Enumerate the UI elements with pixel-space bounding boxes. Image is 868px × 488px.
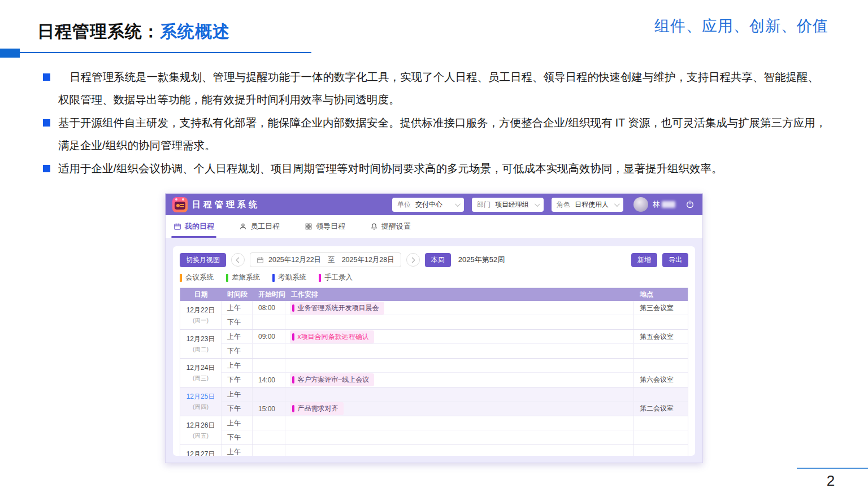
- table-row: 12月22日(周一) 上午 08:00 业务管理系统开发项目晨会 第三会议室 下…: [180, 301, 688, 330]
- tab-bar: 我的日程 员工日程 领导日程 提醒设置: [166, 215, 702, 238]
- start-time: 08:00: [253, 301, 285, 315]
- this-week-button[interactable]: 本周: [425, 253, 451, 267]
- next-week-button[interactable]: [406, 253, 420, 267]
- logout-power-icon[interactable]: [685, 200, 695, 209]
- table-row-today: 12月25日(周四) 上午 下午 15:00 产品需求对齐 第二会议室: [180, 387, 688, 416]
- app-body: 切换月视图 2025年12月22日 至 2025年12月28日 本周 2025年…: [166, 238, 702, 463]
- date-range-input[interactable]: 2025年12月22日 至 2025年12月28日: [250, 252, 401, 267]
- start-time: 15:00: [253, 402, 285, 416]
- table-row: 12月27日(周六) 上午 下午: [180, 445, 688, 456]
- prev-week-button[interactable]: [231, 253, 245, 267]
- footer-line: [797, 468, 868, 469]
- app-screenshot: 日程管理系统 单位 交付中心 部门 项目经理组 角色 日程使用人 林: [165, 193, 703, 463]
- table-header: 日期 时间段 开始时间 工作安排 地点: [180, 288, 688, 301]
- weekday-label: (周三): [193, 374, 209, 382]
- table-row: 12月24日(周三) 上午 下午 14:00 客户方案评审–线上会议 第六会议室: [180, 359, 688, 387]
- tab-leader-schedule[interactable]: 领导日程: [305, 215, 345, 238]
- header-tagline: 组件、应用、创新、价值: [654, 16, 828, 36]
- bullet-item: 日程管理系统是一款集规划、管理与提醒功能于一体的数字化工具，实现了个人日程、员工…: [42, 66, 828, 111]
- legend-meeting-system: 会议系统: [180, 273, 214, 282]
- bullet-list: 日程管理系统是一款集规划、管理与提醒功能于一体的数字化工具，实现了个人日程、员工…: [42, 66, 828, 180]
- bullet-text: 适用于企业/组织会议协调、个人日程规划、项目周期管理等对时间协同要求高的多元场景…: [58, 157, 722, 180]
- unit-select[interactable]: 单位 交付中心: [392, 198, 464, 212]
- legend-travel-system: 差旅系统: [226, 273, 260, 282]
- page-number: 2: [818, 472, 843, 488]
- date-label: 12月26日: [186, 421, 215, 430]
- table-row: 12月23日(周二) 上午 09:00 x项目合同条款远程确认 第五会议室 下午: [180, 330, 688, 359]
- schedule-panel: 切换月视图 2025年12月22日 至 2025年12月28日 本周 2025年…: [173, 246, 695, 456]
- date-label: 12月27日: [186, 450, 215, 456]
- bullet-text: 日程管理系统是一款集规划、管理与提醒功能于一体的数字化工具，实现了个人日程、员工…: [58, 66, 828, 111]
- chevron-left-icon: [236, 257, 242, 263]
- week-label: 2025年第52周: [458, 255, 505, 265]
- start-time: 09:00: [253, 330, 285, 343]
- tab-label: 领导日程: [316, 221, 345, 232]
- role-value: 日程使用人: [575, 200, 610, 210]
- chevron-right-icon: [409, 257, 415, 263]
- location: 第二会议室: [634, 402, 688, 416]
- chevron-down-icon: [455, 201, 461, 207]
- date-to-label: 至: [328, 255, 335, 265]
- dept-label: 部门: [477, 200, 491, 210]
- user-name: 林: [653, 199, 675, 210]
- tab-my-schedule[interactable]: 我的日程: [173, 215, 214, 238]
- chevron-down-icon: [614, 201, 620, 207]
- location: 第六会议室: [634, 373, 688, 387]
- title-black: 日程管理系统：: [37, 22, 160, 41]
- weekday-label: (周五): [193, 432, 209, 440]
- legend-color-bar: [319, 274, 321, 282]
- dept-select[interactable]: 部门 项目经理组: [472, 198, 544, 212]
- event-pill[interactable]: 产品需求对齐: [290, 402, 344, 415]
- location: 第三会议室: [634, 301, 688, 315]
- role-select[interactable]: 角色 日程使用人: [552, 198, 623, 212]
- date-label: 12月24日: [186, 363, 215, 373]
- slide: 日程管理系统：系统概述 组件、应用、创新、价值 日程管理系统是一款集规划、管理与…: [0, 0, 868, 488]
- location: 第五会议室: [634, 330, 688, 343]
- legend-attendance-system: 考勤系统: [272, 273, 306, 282]
- toggle-month-view-button[interactable]: 切换月视图: [180, 253, 226, 267]
- event-pill[interactable]: x项目合同条款远程确认: [290, 330, 374, 343]
- toolbar: 切换月视图 2025年12月22日 至 2025年12月28日 本周 2025年…: [180, 252, 688, 267]
- bullet-marker: [43, 165, 50, 172]
- unit-label: 单位: [397, 200, 411, 210]
- date-label: 12月25日: [186, 392, 215, 402]
- tab-reminder-settings[interactable]: 提醒设置: [370, 215, 411, 238]
- avatar[interactable]: [633, 197, 648, 212]
- legend-color-bar: [180, 274, 182, 282]
- bullet-marker: [43, 119, 50, 127]
- bullet-marker: [43, 73, 50, 81]
- redacted-name: [662, 201, 675, 208]
- role-label: 角色: [557, 200, 570, 210]
- date-from: 2025年12月22日: [268, 255, 321, 265]
- legend-color-bar: [272, 274, 275, 282]
- weekday-label: (周四): [193, 403, 209, 411]
- page-title: 日程管理系统：系统概述: [37, 20, 230, 43]
- bullet-item: 适用于企业/组织会议协调、个人日程规划、项目周期管理等对时间协同要求高的多元场景…: [42, 157, 828, 180]
- weekday-label: (周二): [193, 346, 209, 354]
- event-pill[interactable]: 客户方案评审–线上会议: [290, 373, 374, 386]
- add-button[interactable]: 新增: [631, 253, 657, 267]
- start-time: 14:00: [253, 373, 285, 387]
- tab-label: 提醒设置: [381, 221, 411, 232]
- app-header: 日程管理系统 单位 交付中心 部门 项目经理组 角色 日程使用人 林: [166, 194, 702, 215]
- bullet-text: 基于开源组件自主研发，支持私有化部署，能保障企业内部数据安全。提供标准接口服务，…: [58, 111, 828, 156]
- date-label: 12月23日: [186, 334, 215, 344]
- tab-label: 我的日程: [185, 221, 214, 232]
- legend-manual-entry: 手工录入: [319, 273, 353, 282]
- tab-employee-schedule[interactable]: 员工日程: [239, 215, 280, 238]
- chevron-down-icon: [535, 201, 540, 207]
- export-button[interactable]: 导出: [662, 253, 688, 267]
- accent-line: [20, 52, 311, 53]
- event-pill[interactable]: 业务管理系统开发项目晨会: [290, 302, 384, 315]
- app-brand: 日程管理系统: [192, 199, 260, 210]
- title-blue: 系统概述: [160, 22, 230, 41]
- accent-rect: [0, 49, 20, 58]
- unit-value: 交付中心: [415, 200, 450, 210]
- date-label: 12月22日: [186, 306, 215, 315]
- tab-label: 员工日程: [250, 221, 280, 232]
- schedule-table: 日期 时间段 开始时间 工作安排 地点 12月22日(周一) 上午 08:00: [180, 287, 688, 456]
- weekday-label: (周一): [193, 317, 209, 325]
- legend-color-bar: [226, 274, 228, 282]
- app-logo-calendar-icon: [172, 197, 188, 212]
- legend: 会议系统 差旅系统 考勤系统 手工录入: [180, 273, 688, 282]
